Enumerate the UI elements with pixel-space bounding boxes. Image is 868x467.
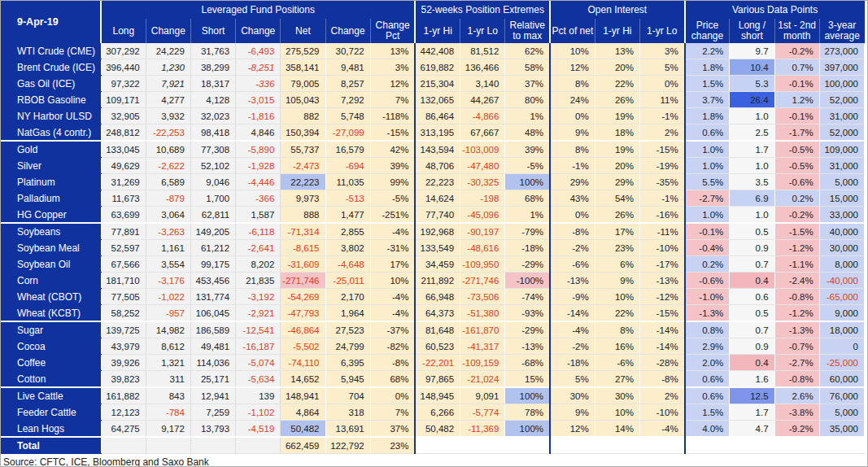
cell-net-change: 16,579 <box>325 141 370 158</box>
cell-long-change: 1,230 <box>146 59 190 76</box>
cell-oi-pct-of-net: -1% <box>550 158 595 174</box>
cell-52wk-1yr-lo: -198 <box>460 190 505 207</box>
cell-net-change: 13,691 <box>325 421 370 438</box>
cell-long-change: 3,932 <box>146 108 190 124</box>
cell-change-pct: 13% <box>370 43 415 59</box>
cell-oi-pct-of-net: 0% <box>550 108 595 124</box>
cell-relative-to-max: 48% <box>505 124 550 142</box>
cell-net-change: 7,292 <box>325 92 370 108</box>
cell-long-short: 12.5 <box>730 387 774 404</box>
cell-3yr-average: 76,000 <box>819 387 864 404</box>
table-row: Palladium11,673-8791,700-3669,973-513-5%… <box>1 190 865 207</box>
cell-short-change: -2,921 <box>236 305 281 322</box>
cell-short: 32,023 <box>190 108 235 124</box>
cell-oi-1yr-lo: -1% <box>639 108 684 124</box>
cell-change-pct: 68% <box>370 371 415 388</box>
cell-oi-1yr-hi: 22% <box>595 76 639 92</box>
cell-oi-1yr-lo: -4% <box>639 421 684 438</box>
cell-long: 31,269 <box>101 174 146 190</box>
cell-oi-1yr-hi: 13% <box>595 43 639 59</box>
cell-long: 133,045 <box>101 141 146 158</box>
cell-oi-1yr-lo: -28% <box>639 355 684 371</box>
cell-52wk-1yr-lo: -109,950 <box>460 256 505 273</box>
cell-52wk-1yr-lo: -11,369 <box>460 421 505 438</box>
cell-change-pct: -82% <box>370 338 415 355</box>
cell-oi-1yr-lo: -14% <box>639 321 684 338</box>
cell-change-pct: -8% <box>370 355 415 371</box>
cell-3yr-average: 18,000 <box>819 321 864 338</box>
cell-change-pct: 17% <box>370 256 415 273</box>
cell-net: -31,609 <box>281 256 325 273</box>
table-row: Wheat (CBOT)77,505-1,022131,774-3,192-54… <box>1 289 865 305</box>
cell-price-change: -0.4% <box>685 240 730 256</box>
cell-3yr-average: 8,000 <box>819 256 864 273</box>
cell-1st-2nd-month: -0.7% <box>774 338 819 355</box>
cell-52wk-1yr-hi: 64,373 <box>415 305 460 322</box>
cell-52wk-1yr-hi: 211,892 <box>415 273 460 289</box>
cell-52wk-1yr-hi: 66,948 <box>415 289 460 305</box>
cell-1st-2nd-month: -0.6% <box>774 174 819 190</box>
col-header-52wk-1yr-hi: 1-yr Hi <box>415 19 460 43</box>
commodity-label: WTI Crude (CME) <box>1 43 101 59</box>
cell-long-short: 0.9 <box>730 240 774 256</box>
cell-price-change: 1.5% <box>685 76 730 92</box>
cell-oi-pct-of-net: -14% <box>550 305 595 322</box>
col-header-short-change: Change <box>236 19 281 43</box>
commodity-label: HG Copper <box>1 207 101 224</box>
date-header: 9-Apr-19 <box>1 1 101 43</box>
cell-relative-to-max: -93% <box>505 305 550 322</box>
cell-price-change: 2.9% <box>685 338 730 355</box>
cell-long-short: 1.7 <box>730 141 774 158</box>
total-row: Total662,459122,79223% <box>1 437 865 454</box>
cell-oi-1yr-hi: 8% <box>595 321 639 338</box>
cell-3yr-average: 31,000 <box>819 108 864 124</box>
col-header-short: Short <box>190 19 235 43</box>
cell-52wk-1yr-hi: 48,706 <box>415 158 460 174</box>
cell-price-change: -0.6% <box>685 273 730 289</box>
cell-short: 106,045 <box>190 305 235 322</box>
cell-oi-1yr-lo: 0% <box>639 76 684 92</box>
cell-relative-to-max: 80% <box>505 92 550 108</box>
cell-52wk-1yr-lo: 81,512 <box>460 43 505 59</box>
cell-oi-1yr-hi: 20% <box>595 158 639 174</box>
table-row: Soybeans77,891-3,263149,205-6,118-71,314… <box>1 223 865 240</box>
cell-net: 14,652 <box>281 371 325 388</box>
cell-net-change: 1,477 <box>325 207 370 224</box>
cell-short: 31,763 <box>190 43 235 59</box>
cell-52wk-1yr-lo: -45,096 <box>460 207 505 224</box>
cell-short: 25,171 <box>190 371 235 388</box>
cell-long-change: -3,176 <box>146 273 190 289</box>
cell-price-change: 3.7% <box>685 92 730 108</box>
cell-long: 11,673 <box>101 190 146 207</box>
cell-short-change: -1,928 <box>236 158 281 174</box>
cell-short-change: -6,118 <box>236 223 281 240</box>
cell-short: 38,299 <box>190 59 235 76</box>
col-header-oi-pct-of-net: Pct of net <box>550 19 595 43</box>
cell-3yr-average: 397,000 <box>819 59 864 76</box>
cell-net: -46,864 <box>281 321 325 338</box>
cell-oi-pct-of-net: 43% <box>550 190 595 207</box>
cell-long-short: 1.7 <box>730 404 774 421</box>
cell-price-change: 1.0% <box>685 207 730 224</box>
col-header-52wk-1yr-lo: 1-yr Lo <box>460 19 505 43</box>
cell-short: 13,793 <box>190 421 235 438</box>
cell-long-change: 6,589 <box>146 174 190 190</box>
cell-long-change: -3,263 <box>146 223 190 240</box>
cell-oi-1yr-lo: -8% <box>639 371 684 388</box>
cell-oi-1yr-lo: -14% <box>639 338 684 355</box>
cell-short: 149,205 <box>190 223 235 240</box>
cell-oi-1yr-hi: 19% <box>595 108 639 124</box>
commodity-label: Corn <box>1 273 101 289</box>
cell-oi-1yr-lo: -11% <box>639 223 684 240</box>
commodity-label: RBOB Gasoline <box>1 92 101 108</box>
cell-long: 161,882 <box>101 387 146 404</box>
cell-change-pct: 0% <box>370 387 415 404</box>
cell-price-change: 0.6% <box>685 124 730 142</box>
cell-net: -74,110 <box>281 355 325 371</box>
cell-52wk-1yr-hi: 619,882 <box>415 59 460 76</box>
table-row: NatGas (4 contr.)248,812-22,25398,4184,8… <box>1 124 865 142</box>
cell-long: 307,292 <box>101 43 146 59</box>
table-row: Sugar139,72514,982186,589-12,541-46,8642… <box>1 321 865 338</box>
cell-oi-1yr-lo: -17% <box>639 256 684 273</box>
cell-3yr-average: 60,000 <box>819 371 864 388</box>
